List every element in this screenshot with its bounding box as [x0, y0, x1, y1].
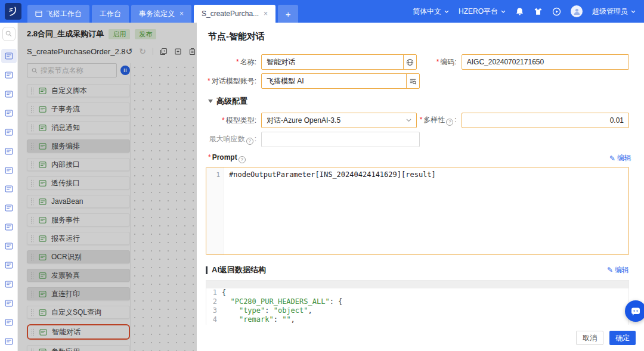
- chevron-down-icon: [631, 10, 636, 13]
- diversity-input[interactable]: [462, 116, 628, 125]
- pencil-icon: ✎: [607, 266, 613, 274]
- help-icon[interactable]: ?: [446, 119, 453, 126]
- line-number: 2: [206, 297, 222, 306]
- pencil-icon: ✎: [609, 154, 615, 163]
- code-label: *编码:: [417, 57, 462, 67]
- resource-folder-icon[interactable]: [1, 144, 17, 159]
- diversity-field: [462, 113, 629, 128]
- media-icon[interactable]: [1, 296, 17, 310]
- workbench-icon[interactable]: [1, 49, 17, 63]
- model-account-input[interactable]: [262, 77, 406, 85]
- tab-label: 飞搭工作台: [46, 9, 82, 19]
- topbar-right: 简体中文 HZERO平台 超级管理员: [413, 5, 644, 17]
- bell-icon[interactable]: [515, 7, 524, 16]
- tab-label: 工作台: [100, 9, 121, 19]
- max-response-label: 最大响应数?:: [206, 134, 261, 145]
- chat-assistant-icon[interactable]: [625, 300, 644, 322]
- line-number-gutter: 1: [206, 167, 224, 254]
- chevron-down-icon: [501, 10, 506, 13]
- orchestration-icon[interactable]: [1, 163, 17, 178]
- tab-flow-definition[interactable]: 事务流定义 ×: [131, 5, 191, 23]
- data-table-icon[interactable]: [1, 239, 17, 253]
- code-line: "type": "object",: [222, 306, 312, 315]
- model-account-label: *对话模型账号:: [206, 76, 261, 86]
- editor-toolbar: [206, 281, 628, 288]
- collapse-triangle-icon: [208, 100, 213, 103]
- ai-result-section-title: AI返回数据结构: [206, 265, 266, 275]
- code-field: [462, 54, 629, 70]
- prompt-code-editor[interactable]: 1 #nodeOutputParameter[INS_2024042414162…: [206, 167, 629, 255]
- model-account-field: [261, 73, 420, 89]
- service-tree-icon[interactable]: [1, 258, 17, 272]
- name-field: [261, 54, 417, 70]
- monitor-icon[interactable]: [1, 277, 17, 291]
- data-import-icon[interactable]: [1, 220, 17, 234]
- window-icon: [35, 10, 42, 17]
- app-logo-icon[interactable]: [5, 3, 21, 20]
- model-type-select[interactable]: 对话-Azure OpenAI-3.5: [261, 113, 417, 128]
- prompt-code-content: #nodeOutputParameter[INS_20240424141629]…: [224, 167, 628, 254]
- gift-icon[interactable]: [534, 7, 543, 16]
- help-icon[interactable]: ?: [239, 156, 246, 163]
- avatar[interactable]: [571, 5, 583, 17]
- flow-sidebar: 2.8合同_生成采购订单 启用 发布 S_createPurchaseOrder…: [18, 23, 197, 351]
- form-list-icon[interactable]: [1, 182, 17, 197]
- lookup-icon[interactable]: [406, 74, 419, 88]
- line-number: 3: [206, 306, 222, 315]
- confirm-button[interactable]: 确定: [609, 331, 636, 345]
- tab-strip: 飞搭工作台 工作台 事务流定义 × S_createPurcha... × +: [27, 5, 298, 23]
- play-circle-icon[interactable]: [552, 7, 561, 16]
- help-icon[interactable]: ?: [246, 138, 253, 145]
- globe-icon[interactable]: [403, 55, 416, 69]
- cancel-button[interactable]: 取消: [576, 331, 603, 345]
- panel-title: 节点-智能对话: [208, 31, 629, 42]
- topbar: 飞搭工作台 工作台 事务流定义 × S_createPurcha... × + …: [0, 0, 644, 23]
- card-view-icon[interactable]: [1, 201, 17, 215]
- tab-feida-workbench[interactable]: 飞搭工作台: [27, 5, 89, 23]
- node-config-panel: 节点-智能对话 *名称: *编码: *对话模型账号:: [197, 23, 644, 351]
- close-icon[interactable]: ×: [179, 10, 184, 18]
- tab-create-purchase-order[interactable]: S_createPurcha... ×: [194, 5, 275, 23]
- page-design-icon[interactable]: [1, 106, 17, 120]
- code-line: "remark": "",: [222, 315, 295, 324]
- max-response-field: [261, 132, 420, 147]
- quick-start-icon[interactable]: [1, 315, 17, 330]
- code-line: "PC280_PUR_HEADERS_ALL": {: [222, 297, 342, 306]
- ai-result-edit-button[interactable]: ✎ 编辑: [607, 265, 629, 275]
- tab-label: 事务流定义: [139, 9, 175, 19]
- chevron-down-icon: [406, 119, 411, 122]
- tab-workbench[interactable]: 工作台: [92, 5, 129, 23]
- code-line: {: [222, 288, 226, 297]
- close-icon[interactable]: ×: [264, 10, 268, 18]
- language-switcher[interactable]: 简体中文: [413, 7, 449, 17]
- prompt-edit-button[interactable]: ✎ 编辑: [609, 153, 631, 163]
- code-input[interactable]: [462, 58, 628, 66]
- main-area: 2.8合同_生成采购订单 启用 发布 S_createPurchaseOrder…: [0, 23, 644, 351]
- flow-design-icon[interactable]: [1, 87, 17, 101]
- tab-label: S_createPurcha...: [202, 10, 259, 18]
- advanced-section-header[interactable]: 高级配置: [208, 96, 629, 107]
- menu-config-icon[interactable]: [1, 334, 17, 349]
- panel-footer: 取消 确定: [197, 325, 644, 351]
- name-label: *名称:: [206, 57, 261, 67]
- mail-service-icon[interactable]: [1, 125, 17, 139]
- modal-dim-overlay: [18, 23, 197, 351]
- section-bar: [206, 266, 208, 274]
- search-icon[interactable]: [2, 27, 16, 41]
- user-menu[interactable]: 超级管理员: [592, 7, 636, 17]
- name-input[interactable]: [262, 58, 403, 66]
- model-type-label: *模型类型:: [206, 116, 261, 126]
- left-rail: [0, 23, 18, 351]
- line-number: 4: [206, 315, 222, 324]
- ai-assistant-icon[interactable]: [1, 68, 17, 82]
- prompt-label: *Prompt?: [208, 153, 247, 163]
- diversity-label: *多样性?:: [417, 115, 462, 126]
- line-number: 1: [206, 288, 222, 297]
- chevron-down-icon: [444, 10, 449, 13]
- max-response-input[interactable]: [262, 135, 419, 144]
- add-tab-button[interactable]: +: [278, 5, 298, 23]
- platform-switcher[interactable]: HZERO平台: [459, 7, 506, 17]
